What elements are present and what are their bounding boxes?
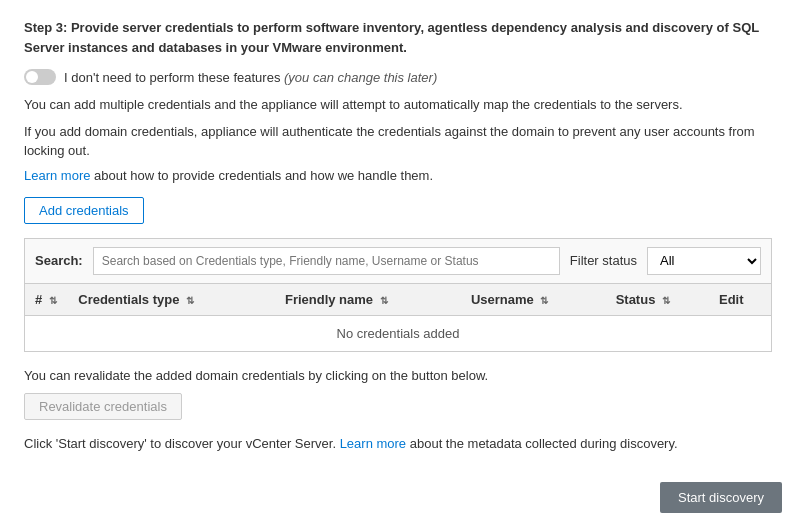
col-edit: Edit — [709, 284, 771, 316]
info-text-2: If you add domain credentials, appliance… — [24, 122, 772, 161]
credentials-table-container: # ⇅ Credentials type ⇅ Friendly name ⇅ U… — [24, 283, 772, 352]
credentials-table: # ⇅ Credentials type ⇅ Friendly name ⇅ U… — [25, 284, 771, 351]
sort-icon-username: ⇅ — [540, 295, 548, 306]
col-cred-type[interactable]: Credentials type ⇅ — [68, 284, 275, 316]
table-header-row: # ⇅ Credentials type ⇅ Friendly name ⇅ U… — [25, 284, 771, 316]
sort-icon-friendly: ⇅ — [380, 295, 388, 306]
search-filter-bar: Search: Filter status AllValidInvalidNot… — [24, 238, 772, 283]
bottom-text-prefix: Click 'Start discovery' to discover your… — [24, 436, 340, 451]
sort-icon-hash: ⇅ — [49, 295, 57, 306]
bottom-learn-more-link[interactable]: Learn more — [340, 436, 406, 451]
sort-icon-cred: ⇅ — [186, 295, 194, 306]
col-status[interactable]: Status ⇅ — [606, 284, 709, 316]
no-data-row: No credentials added — [25, 315, 771, 351]
add-credentials-button[interactable]: Add credentials — [24, 197, 144, 224]
no-data-cell: No credentials added — [25, 315, 771, 351]
learn-more-link[interactable]: Learn more — [24, 168, 90, 183]
filter-status-label: Filter status — [570, 253, 637, 268]
toggle-label: I don't need to perform these features (… — [64, 70, 437, 85]
learn-more-suffix: about how to provide credentials and how… — [90, 168, 433, 183]
revalidate-credentials-button[interactable]: Revalidate credentials — [24, 393, 182, 420]
search-label: Search: — [35, 253, 83, 268]
revalidate-text: You can revalidate the added domain cred… — [24, 366, 772, 386]
search-input[interactable] — [93, 247, 560, 275]
bottom-text-suffix: about the metadata collected during disc… — [406, 436, 677, 451]
sort-icon-status: ⇅ — [662, 295, 670, 306]
bottom-text: Click 'Start discovery' to discover your… — [24, 434, 772, 454]
col-hash[interactable]: # ⇅ — [25, 284, 68, 316]
toggle-switch[interactable] — [24, 69, 56, 85]
col-friendly-name[interactable]: Friendly name ⇅ — [275, 284, 461, 316]
revalidate-section: You can revalidate the added domain cred… — [24, 366, 772, 421]
filter-status-select[interactable]: AllValidInvalidNot validated — [647, 247, 761, 275]
start-discovery-button[interactable]: Start discovery — [660, 482, 782, 513]
step-header: Step 3: Provide server credentials to pe… — [24, 18, 772, 57]
info-text-1: You can add multiple credentials and the… — [24, 95, 772, 115]
col-username[interactable]: Username ⇅ — [461, 284, 606, 316]
